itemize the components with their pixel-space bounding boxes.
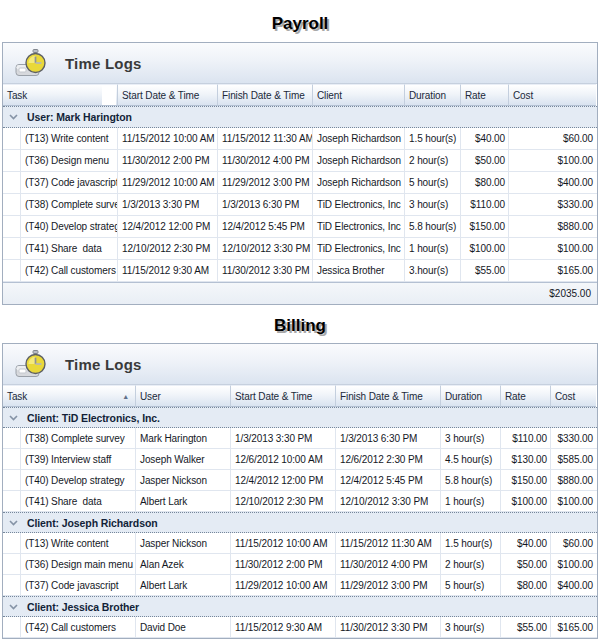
cell-start-date-time[interactable]: 12/6/2012 10:00 AM	[231, 449, 336, 469]
column-header-finish-date-time[interactable]: Finish Date & Time	[218, 84, 313, 106]
cell-cost[interactable]: $880.00	[509, 216, 596, 237]
cell-task[interactable]: (T36) Design main menu	[21, 554, 136, 574]
cell-client[interactable]: TiD Electronics, Inc	[313, 194, 405, 215]
cell-duration[interactable]: 5 hour(s)	[441, 575, 501, 595]
table-row[interactable]: (T41) Share data12/10/2012 2:30 PM12/10/…	[3, 238, 597, 260]
cell-duration[interactable]: 1 hour(s)	[405, 238, 461, 259]
cell-finish-date-time[interactable]: 12/10/2012 3:30 PM	[336, 491, 441, 511]
cell-client[interactable]: Joseph Richardson	[313, 128, 405, 149]
table-row[interactable]: (T40) Develop strategy12/4/2012 12:00 PM…	[3, 216, 597, 238]
cell-task[interactable]: (T13) Write content	[21, 128, 118, 149]
cell-cost[interactable]: $165.00	[551, 617, 596, 637]
table-row[interactable]: (T39) Interview staffJoseph Walker12/6/2…	[3, 449, 597, 470]
cell-finish-date-time[interactable]: 1/3/2013 6:30 PM	[218, 194, 313, 215]
cell-duration[interactable]: 4.5 hour(s)	[441, 449, 501, 469]
cell-client[interactable]: Joseph Richardson	[313, 172, 405, 193]
cell-task[interactable]: (T13) Write content	[21, 533, 136, 553]
chevron-down-icon[interactable]	[9, 114, 18, 120]
cell-duration[interactable]: 2 hour(s)	[405, 150, 461, 171]
cell-rate[interactable]: $150.00	[501, 470, 551, 490]
cell-rate[interactable]: $55.00	[461, 260, 509, 281]
cell-task[interactable]: (T37) Code javascript	[21, 575, 136, 595]
cell-client[interactable]: Jessica Brother	[313, 260, 405, 281]
table-row[interactable]: (T13) Write contentJasper Nickson11/15/2…	[3, 533, 597, 554]
column-header-finish-date-time[interactable]: Finish Date & Time	[336, 385, 441, 407]
cell-cost[interactable]: $100.00	[551, 491, 596, 511]
column-header-duration[interactable]: Duration	[441, 385, 501, 407]
cell-start-date-time[interactable]: 11/29/2012 10:00 AM	[118, 172, 218, 193]
table-row[interactable]: (T36) Design main menuAlan Azek11/30/201…	[3, 554, 597, 575]
cell-finish-date-time[interactable]: 11/29/2012 3:00 PM	[218, 172, 313, 193]
cell-user[interactable]: Jasper Nickson	[136, 533, 231, 553]
cell-user[interactable]: Mark Harington	[136, 428, 231, 448]
cell-rate[interactable]: $150.00	[461, 216, 509, 237]
cell-task[interactable]: (T42) Call customers	[21, 260, 118, 281]
cell-cost[interactable]: $60.00	[551, 533, 596, 553]
cell-duration[interactable]: 2 hour(s)	[441, 554, 501, 574]
cell-task[interactable]: (T39) Interview staff	[21, 449, 136, 469]
cell-rate[interactable]: $40.00	[461, 128, 509, 149]
cell-finish-date-time[interactable]: 11/30/2012 3:30 PM	[218, 260, 313, 281]
table-row[interactable]: (T37) Code javascriptAlbert Lark11/29/20…	[3, 575, 597, 596]
cell-task[interactable]: (T37) Code javascript	[21, 172, 118, 193]
cell-task[interactable]: (T38) Complete survey	[21, 428, 136, 448]
cell-start-date-time[interactable]: 12/4/2012 12:00 PM	[231, 470, 336, 490]
cell-cost[interactable]: $100.00	[509, 150, 596, 171]
cell-cost[interactable]: $880.00	[551, 470, 596, 490]
cell-rate[interactable]: $100.00	[501, 491, 551, 511]
cell-rate[interactable]: $40.00	[501, 533, 551, 553]
cell-duration[interactable]: 5.8 hour(s)	[405, 216, 461, 237]
cell-rate[interactable]: $110.00	[461, 194, 509, 215]
column-header-task[interactable]: Task	[3, 84, 118, 106]
group-row[interactable]: User: Mark Harington	[3, 106, 597, 128]
cell-task[interactable]: (T41) Share data	[21, 491, 136, 511]
group-row[interactable]: Client: TiD Electronics, Inc.	[3, 407, 597, 428]
table-row[interactable]: (T37) Code javascript11/29/2012 10:00 AM…	[3, 172, 597, 194]
cell-finish-date-time[interactable]: 12/6/2012 2:30 PM	[336, 449, 441, 469]
column-header-start-date-time[interactable]: Start Date & Time	[231, 385, 336, 407]
cell-task[interactable]: (T42) Call customers	[21, 617, 136, 637]
chevron-down-icon[interactable]	[9, 520, 18, 526]
cell-duration[interactable]: 5 hour(s)	[405, 172, 461, 193]
cell-duration[interactable]: 3 hour(s)	[441, 428, 501, 448]
table-row[interactable]: (T41) Share dataAlbert Lark12/10/2012 2:…	[3, 491, 597, 512]
column-header-cost[interactable]: Cost	[509, 84, 596, 106]
cell-task[interactable]: (T40) Develop strategy	[21, 470, 136, 490]
cell-finish-date-time[interactable]: 12/10/2012 3:30 PM	[218, 238, 313, 259]
cell-rate[interactable]: $50.00	[461, 150, 509, 171]
cell-finish-date-time[interactable]: 1/3/2013 6:30 PM	[336, 428, 441, 448]
cell-start-date-time[interactable]: 12/10/2012 2:30 PM	[231, 491, 336, 511]
cell-start-date-time[interactable]: 11/30/2012 2:00 PM	[231, 554, 336, 574]
cell-cost[interactable]: $165.00	[509, 260, 596, 281]
cell-client[interactable]: TiD Electronics, Inc	[313, 238, 405, 259]
cell-rate[interactable]: $130.00	[501, 449, 551, 469]
cell-finish-date-time[interactable]: 11/29/2012 3:00 PM	[336, 575, 441, 595]
cell-client[interactable]: TiD Electronics, Inc	[313, 216, 405, 237]
chevron-down-icon[interactable]	[9, 415, 18, 421]
cell-user[interactable]: David Doe	[136, 617, 231, 637]
table-row[interactable]: (T42) Call customers11/15/2012 9:30 AM11…	[3, 260, 597, 282]
table-row[interactable]: (T36) Design menu11/30/2012 2:00 PM11/30…	[3, 150, 597, 172]
cell-user[interactable]: Albert Lark	[136, 575, 231, 595]
cell-finish-date-time[interactable]: 11/30/2012 4:00 PM	[218, 150, 313, 171]
cell-user[interactable]: Albert Lark	[136, 491, 231, 511]
cell-cost[interactable]: $100.00	[551, 554, 596, 574]
cell-start-date-time[interactable]: 11/15/2012 10:00 AM	[231, 533, 336, 553]
column-header-client[interactable]: Client	[313, 84, 405, 106]
cell-rate[interactable]: $110.00	[501, 428, 551, 448]
cell-rate[interactable]: $80.00	[501, 575, 551, 595]
cell-finish-date-time[interactable]: 12/4/2012 5:45 PM	[336, 470, 441, 490]
cell-cost[interactable]: $585.00	[551, 449, 596, 469]
cell-duration[interactable]: 3 hour(s)	[405, 194, 461, 215]
column-header-duration[interactable]: Duration	[405, 84, 461, 106]
cell-rate[interactable]: $80.00	[461, 172, 509, 193]
group-row[interactable]: Client: Joseph Richardson	[3, 512, 597, 533]
cell-finish-date-time[interactable]: 11/15/2012 11:30 AM	[218, 128, 313, 149]
cell-cost[interactable]: $330.00	[509, 194, 596, 215]
cell-start-date-time[interactable]: 11/15/2012 9:30 AM	[231, 617, 336, 637]
cell-duration[interactable]: 5.8 hour(s)	[441, 470, 501, 490]
cell-user[interactable]: Alan Azek	[136, 554, 231, 574]
cell-client[interactable]: Joseph Richardson	[313, 150, 405, 171]
cell-finish-date-time[interactable]: 11/30/2012 3:30 PM	[336, 617, 441, 637]
cell-user[interactable]: Joseph Walker	[136, 449, 231, 469]
